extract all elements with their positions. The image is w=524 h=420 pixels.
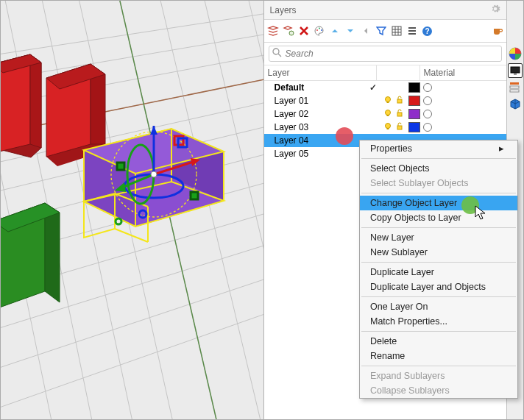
- layer-material-swatch[interactable]: [423, 83, 432, 92]
- dock-colorwheel-icon[interactable]: [509, 47, 522, 60]
- lock-icon[interactable]: [394, 109, 406, 120]
- dock-box-icon[interactable]: [509, 97, 522, 110]
- col-material[interactable]: Material: [420, 65, 468, 80]
- menu-label: Select Sublayer Objects: [370, 178, 468, 188]
- filter-icon[interactable]: [375, 24, 388, 38]
- svg-point-63: [385, 110, 390, 115]
- layer-name: Layer 05: [273, 149, 364, 159]
- help-icon[interactable]: ?: [421, 24, 434, 38]
- svg-rect-41: [191, 192, 198, 199]
- svg-point-66: [385, 123, 390, 128]
- svg-rect-74: [510, 90, 519, 92]
- viewport-3d[interactable]: [1, 1, 263, 419]
- svg-line-18: [244, 1, 263, 419]
- svg-rect-71: [514, 74, 517, 75]
- dock-layers-icon[interactable]: [509, 81, 522, 94]
- panel-title: Layers: [270, 5, 297, 15]
- svg-rect-62: [397, 99, 402, 103]
- layer-color-swatch[interactable]: [408, 96, 420, 106]
- bulb-icon[interactable]: [382, 96, 394, 107]
- move-in-icon[interactable]: [359, 24, 372, 38]
- menu-change-object-layer[interactable]: Change Object Layer: [360, 196, 517, 210]
- layer-material-swatch[interactable]: [423, 110, 432, 118]
- layer-row[interactable]: Layer 01: [264, 94, 506, 107]
- menu-label: Duplicate Layer: [370, 267, 434, 277]
- menu-duplicate-layer-and-objects[interactable]: Duplicate Layer and Objects: [360, 280, 517, 294]
- menu-label: Collapse Sublayers: [370, 385, 450, 396]
- coffee-icon[interactable]: [491, 24, 504, 38]
- lock-icon[interactable]: [394, 122, 406, 133]
- svg-rect-64: [386, 115, 389, 116]
- menu-label: New Layer: [370, 232, 414, 243]
- current-layer-check-icon[interactable]: ✓: [364, 82, 382, 93]
- menu-label: Match Properties...: [370, 316, 447, 327]
- context-menu: Properties ▸ Select Objects Select Subla…: [359, 140, 518, 399]
- annotation-marker-red: [336, 127, 353, 145]
- menu-rename[interactable]: Rename: [360, 349, 517, 363]
- menu-label: New Sublayer: [370, 247, 428, 257]
- svg-rect-40: [117, 163, 124, 170]
- menu-select-sublayer-objects: Select Sublayer Objects: [360, 176, 517, 191]
- menu-label: Copy Objects to Layer: [370, 213, 461, 223]
- dock-display-icon[interactable]: [508, 63, 523, 78]
- lock-icon[interactable]: [394, 96, 406, 107]
- menu-label: Change Object Layer: [370, 198, 457, 208]
- layer-row[interactable]: Default ✓: [264, 81, 506, 94]
- grid-icon[interactable]: [390, 24, 403, 38]
- layer-material-swatch[interactable]: [423, 96, 432, 105]
- svg-point-46: [319, 28, 320, 29]
- menu-duplicate-layer[interactable]: Duplicate Layer: [360, 265, 517, 280]
- submenu-arrow-icon: ▸: [499, 143, 504, 154]
- svg-rect-67: [386, 128, 389, 129]
- layer-color-swatch[interactable]: [408, 82, 420, 93]
- menu-new-sublayer[interactable]: New Sublayer: [360, 245, 517, 260]
- layers-column-header: Layer Material: [264, 65, 506, 81]
- bulb-icon[interactable]: [382, 122, 394, 133]
- menu-label: Delete: [370, 336, 397, 346]
- layer-color-icon[interactable]: [313, 24, 326, 38]
- layer-name: Default: [273, 82, 364, 93]
- svg-line-17: [199, 1, 263, 419]
- menu-label: Duplicate Layer and Objects: [370, 282, 486, 292]
- svg-rect-70: [511, 67, 520, 73]
- menu-select-objects[interactable]: Select Objects: [360, 161, 517, 176]
- menu-delete[interactable]: Delete: [360, 334, 517, 349]
- viewport-svg: [1, 1, 263, 419]
- layer-row[interactable]: Layer 03: [264, 121, 506, 134]
- menu-label: One Layer On: [370, 302, 428, 312]
- menu-label: Rename: [370, 351, 405, 361]
- menu-label: Properties: [370, 143, 412, 154]
- svg-rect-73: [510, 86, 519, 88]
- menu-properties[interactable]: Properties ▸: [360, 140, 517, 156]
- menu-label: Select Objects: [370, 163, 430, 174]
- search-input[interactable]: [269, 46, 502, 62]
- gear-icon[interactable]: [490, 4, 500, 16]
- new-layer-icon[interactable]: [266, 24, 280, 38]
- svg-text:?: ?: [425, 27, 429, 35]
- layer-row[interactable]: Layer 02: [264, 107, 506, 121]
- layers-toolbar: ?: [264, 19, 506, 43]
- svg-rect-72: [510, 82, 519, 85]
- svg-point-45: [316, 29, 318, 31]
- move-up-icon[interactable]: [328, 24, 341, 38]
- layer-name: Layer 02: [273, 109, 364, 119]
- annotation-marker-green: [461, 196, 479, 214]
- menu-icon[interactable]: [406, 24, 419, 38]
- menu-one-layer-on[interactable]: One Layer On: [360, 299, 517, 314]
- layer-name: Layer 01: [273, 96, 364, 106]
- menu-new-layer[interactable]: New Layer: [360, 230, 517, 245]
- menu-copy-to-layer[interactable]: Copy Objects to Layer: [360, 210, 517, 225]
- menu-expand-sublayers: Expand Sublayers: [360, 369, 517, 383]
- svg-point-60: [385, 96, 390, 102]
- move-down-icon[interactable]: [344, 24, 357, 38]
- col-layer[interactable]: Layer: [264, 65, 376, 80]
- bulb-icon[interactable]: [382, 109, 394, 120]
- layer-material-swatch[interactable]: [423, 123, 432, 132]
- menu-match-properties[interactable]: Match Properties...: [360, 314, 517, 329]
- new-sublayer-icon[interactable]: [282, 24, 295, 38]
- svg-line-28: [115, 229, 148, 242]
- delete-layer-icon[interactable]: [297, 24, 311, 38]
- layer-color-swatch[interactable]: [408, 122, 420, 132]
- layer-color-swatch[interactable]: [408, 109, 420, 119]
- menu-collapse-sublayers: Collapse Sublayers: [360, 383, 517, 398]
